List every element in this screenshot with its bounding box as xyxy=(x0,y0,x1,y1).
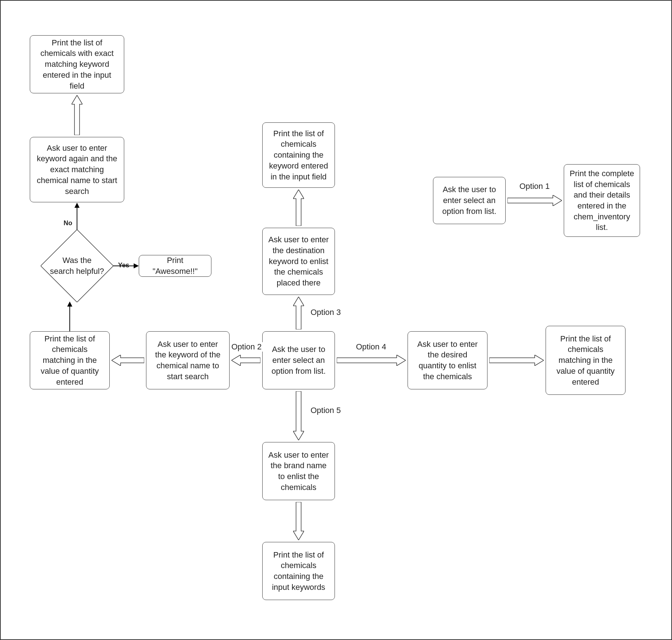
node-ask-quantity-opt4: Ask user to enter the desired quantity t… xyxy=(408,331,487,389)
arrow-center-to-opt5a xyxy=(293,391,304,440)
node-center-select-option: Ask the user to enter select an option f… xyxy=(262,331,335,389)
label-option-1: Option 1 xyxy=(518,182,551,191)
node-print-exact-match: Print the list of chemicals with exact m… xyxy=(30,35,124,93)
arrow-opt2-to-qty-left xyxy=(112,355,144,366)
flowchart-canvas: Print the list of chemicals with exact m… xyxy=(0,0,672,640)
line-decision-to-awesome xyxy=(113,266,134,266)
node-select-option-opt1: Ask the user to enter select an option f… xyxy=(433,177,506,224)
decision-search-helpful: Was the search helpful? xyxy=(41,230,113,302)
arrowhead-decision-to-awesome xyxy=(134,263,139,268)
node-print-qty-left: Print the list of chemicals matching in … xyxy=(30,331,110,389)
arrowhead-qty-to-decision xyxy=(67,301,72,307)
node-ask-keyword-opt2: Ask user to enter the keyword of the che… xyxy=(146,331,230,389)
line-decision-to-n2 xyxy=(77,208,77,230)
label-option-5: Option 5 xyxy=(309,406,342,415)
node-print-keyword-list-opt3: Print the list of chemicals containing t… xyxy=(262,122,335,188)
arrow-opt3a-to-opt3b xyxy=(293,190,304,226)
arrow-center-to-opt3a xyxy=(293,297,304,329)
label-option-3: Option 3 xyxy=(309,308,342,317)
node-print-full-list-opt1: Print the complete list of chemicals and… xyxy=(564,164,640,237)
arrow-opt1a-to-opt1b xyxy=(507,195,562,206)
node-ask-brand-opt5: Ask user to enter the brand name to enli… xyxy=(262,442,335,500)
arrow-center-to-opt4a xyxy=(337,355,406,366)
arrowhead-decision-to-n2 xyxy=(74,203,80,208)
node-print-qty-right: Print the list of chemicals matching in … xyxy=(546,326,626,395)
node-ask-destination-opt3: Ask user to enter the destination keywor… xyxy=(262,228,335,295)
arrow-opt4a-to-opt4b xyxy=(489,355,544,366)
label-option-2: Option 2 xyxy=(230,342,263,352)
label-option-4: Option 4 xyxy=(355,342,387,352)
node-print-brand-list: Print the list of chemicals containing t… xyxy=(262,542,335,600)
arrow-center-to-opt2 xyxy=(231,355,260,366)
arrow-opt5a-to-opt5b xyxy=(293,502,304,540)
node-print-awesome: Print "Awesome!!" xyxy=(139,255,211,277)
line-qty-to-decision xyxy=(69,306,70,331)
arrow-n2-to-n1 xyxy=(72,95,82,135)
label-no: No xyxy=(62,219,73,227)
node-ask-keyword-again: Ask user to enter keyword again and the … xyxy=(30,137,124,202)
decision-label: Was the search helpful? xyxy=(50,255,104,276)
